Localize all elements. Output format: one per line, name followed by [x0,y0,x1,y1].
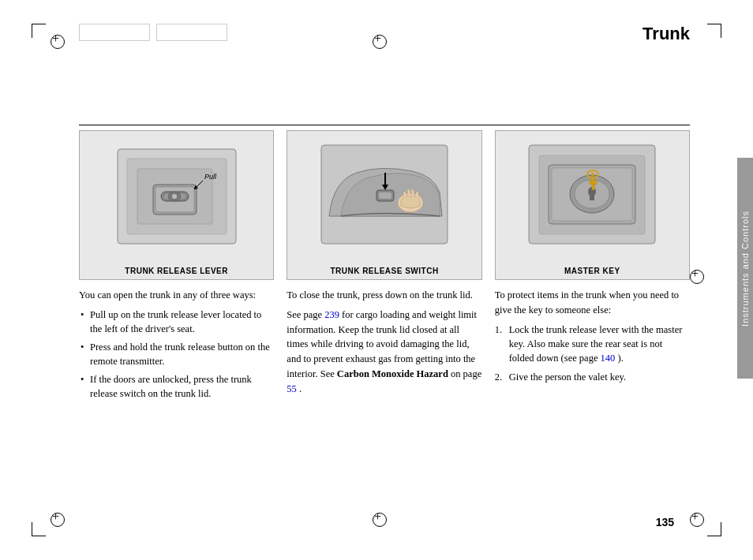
col-trunk-switch: TRUNK RELEASE SWITCH To close the trunk,… [280,130,488,406]
trunk-switch-body1: To close the trunk, press down on the tr… [287,288,481,303]
trunk-lever-bullets: Pull up on the trunk release lever locat… [79,308,274,401]
bullet-item-2: Press and hold the trunk release button … [79,340,274,368]
corner-mark-tr [707,24,721,38]
trunk-lever-text: You can open the trunk in any of three w… [79,288,274,401]
master-key-image [525,141,659,252]
sidebar-tab: Instruments and Controls [737,158,753,379]
step-2: Give the person the valet key. [495,370,690,384]
svg-point-8 [172,194,177,199]
header-box-2 [156,24,227,41]
main-content: Pull TRUNK RELEASE LEVER You can open th… [79,130,690,497]
trunk-lever-illustration: Pull TRUNK RELEASE LEVER [79,130,274,280]
corner-mark-tl [32,24,46,38]
sidebar-label: Instruments and Controls [740,211,750,327]
col-trunk-lever: Pull TRUNK RELEASE LEVER You can open th… [79,130,280,406]
trunk-lever-svg: Pull [80,131,273,262]
step-1: Lock the trunk release lever with the ma… [495,323,690,365]
reg-mark-tl [49,33,65,49]
master-key-svg [496,131,689,262]
trunk-lever-image: Pull [110,141,244,252]
reg-mark-bl [49,511,65,527]
master-key-text: To protect items in the trunk when you n… [495,288,690,384]
trunk-switch-body2: See page 239 for cargo loading and weigh… [287,308,481,397]
master-key-steps: Lock the trunk release lever with the ma… [495,323,690,385]
trunk-lever-intro: You can open the trunk in any of three w… [79,288,274,303]
master-key-illustration: MASTER KEY [495,130,690,280]
bullet-item-3: If the doors are unlocked, press the tru… [79,372,274,401]
master-key-label: MASTER KEY [496,262,689,279]
link-page-140[interactable]: 140 [601,353,616,364]
trunk-lever-label: TRUNK RELEASE LEVER [80,262,273,279]
trunk-switch-label: TRUNK RELEASE SWITCH [287,262,481,279]
carbon-monoxide-text: Carbon Monoxide Hazard [337,368,448,379]
link-page-55[interactable]: 55 [287,383,297,394]
reg-mark-br [688,511,704,527]
columns-layout: Pull TRUNK RELEASE LEVER You can open th… [79,130,690,406]
header-box-1 [79,24,150,41]
corner-mark-bl [32,522,46,536]
trunk-switch-image [317,141,451,252]
header-divider [79,125,690,125]
bullet-item-1: Pull up on the trunk release lever locat… [79,308,274,336]
trunk-switch-svg [287,131,481,262]
svg-rect-25 [590,195,594,200]
corner-mark-br [707,522,721,536]
page-title: Trunk [642,24,690,44]
col-master-key: MASTER KEY To protect items in the trunk… [489,130,690,406]
reg-mark-bc [371,511,387,527]
link-page-239[interactable]: 239 [324,309,339,320]
trunk-switch-text: To close the trunk, press down on the tr… [287,288,481,396]
reg-mark-mr [688,268,704,284]
svg-point-30 [591,173,594,176]
svg-text:Pull: Pull [204,173,217,181]
trunk-switch-illustration: TRUNK RELEASE SWITCH [287,130,481,280]
svg-rect-14 [379,192,391,199]
master-key-intro: To protect items in the trunk when you n… [495,288,690,318]
page-header: Trunk [79,24,690,44]
header-boxes [79,24,227,41]
page-number: 135 [656,516,674,528]
